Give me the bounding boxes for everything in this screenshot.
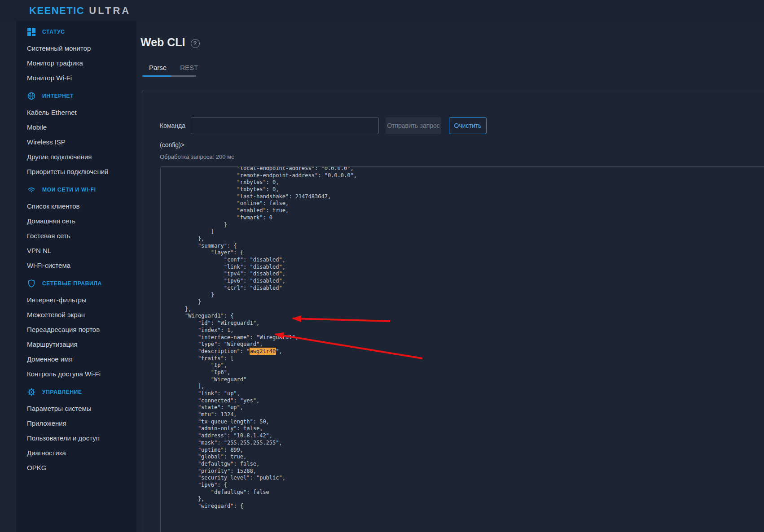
code-line: "remote-endpoint-address": "0.0.0.0", xyxy=(185,172,764,179)
help-icon[interactable]: ? xyxy=(191,39,200,48)
code-line: "priority": 15288, xyxy=(185,468,764,475)
code-line: "description": "awg2tr40", xyxy=(185,348,764,355)
code-line: "Ip", xyxy=(185,362,764,369)
sidebar-item[interactable]: VPN NL xyxy=(16,243,136,258)
sidebar-item[interactable]: Приложения xyxy=(16,416,136,431)
tab-parse[interactable]: Parse xyxy=(142,61,173,76)
sidebar-section-label: УПРАВЛЕНИЕ xyxy=(42,389,82,395)
code-line: "admin-only": false, xyxy=(185,425,764,432)
code-line: "ipv6": "disabled", xyxy=(185,278,764,285)
sidebar-item[interactable]: Монитор Wi-Fi xyxy=(16,70,136,85)
code-line: "type": "Wireguard", xyxy=(185,341,764,348)
code-line: ], xyxy=(185,383,764,390)
topbar: KEENETIC ULTRA xyxy=(0,0,764,21)
sidebar-item[interactable]: Контроль доступа Wi-Fi xyxy=(16,366,136,381)
code-line: "last-handshake": 2147483647, xyxy=(185,193,764,201)
sidebar-item[interactable]: Wi-Fi-система xyxy=(16,258,136,273)
code-line: "security-level": "public", xyxy=(185,475,764,482)
code-line: } xyxy=(185,299,764,306)
globe-icon xyxy=(27,92,36,100)
sidebar-section-globe: ИНТЕРНЕТ xyxy=(16,88,136,103)
main-content: Web CLI ? Parse REST Команда Отправить з… xyxy=(136,21,764,532)
code-line: "txbytes": 0, xyxy=(185,186,764,193)
keenetic-logo: KEENETIC ULTRA xyxy=(29,5,131,17)
code-line: "fwmark": 0 xyxy=(185,214,764,222)
page-head: Web CLI ? xyxy=(141,36,200,49)
command-row: Команда Отправить запрос Очистить xyxy=(160,117,487,134)
cli-output-block[interactable]: "local-endpoint-address": "0.0.0.0", "re… xyxy=(160,166,764,532)
code-line: }, xyxy=(185,235,764,243)
code-line: "local-endpoint-address": "0.0.0.0", xyxy=(185,166,764,172)
page-title: Web CLI xyxy=(141,36,185,49)
processing-time: Обработка запроса: 200 мс xyxy=(160,153,234,160)
code-line: "Wireguard1": { xyxy=(185,313,764,320)
sidebar-item[interactable]: Приоритеты подключений xyxy=(16,164,136,179)
code-line: "connected": "yes", xyxy=(185,397,764,405)
code-line: "link": "disabled", xyxy=(185,264,764,271)
code-line: "layer": { xyxy=(185,249,764,257)
sidebar-section-shield: СЕТЕВЫЕ ПРАВИЛА xyxy=(16,276,136,291)
tab-rest[interactable]: REST xyxy=(173,61,205,76)
code-line: "interface-name": "Wireguard1", xyxy=(185,334,764,341)
sidebar-section-label: СЕТЕВЫЕ ПРАВИЛА xyxy=(42,280,102,287)
sidebar-item[interactable]: Переадресация портов xyxy=(16,322,136,337)
shield-icon xyxy=(27,279,36,288)
sidebar-item[interactable]: Диагностика xyxy=(16,445,136,460)
send-request-button[interactable]: Отправить запрос xyxy=(386,117,441,134)
gear-icon xyxy=(27,388,36,397)
sidebar-item[interactable]: Mobile xyxy=(16,120,136,135)
sidebar-item[interactable]: Интернет-фильтры xyxy=(16,292,136,307)
code-line: "enabled": true, xyxy=(185,207,764,214)
tab-underline-active xyxy=(142,75,171,77)
code-line: "mask": "255.255.255.255", xyxy=(185,440,764,447)
code-line: "uptime": 899, xyxy=(185,447,764,454)
dashboard-icon xyxy=(27,27,36,36)
code-line: ] xyxy=(185,228,764,235)
sidebar-item[interactable]: Гостевая сеть xyxy=(16,228,136,243)
sidebar-item[interactable]: Параметры системы xyxy=(16,401,136,416)
sidebar-item[interactable]: Другие подключения xyxy=(16,149,136,164)
tabs: Parse REST xyxy=(142,61,205,76)
code-line: "index": 1, xyxy=(185,327,764,334)
sidebar-item[interactable]: Пользователи и доступ xyxy=(16,431,136,445)
code-line: "ipv6": { xyxy=(185,482,764,489)
sidebar-item[interactable]: Межсетевой экран xyxy=(16,307,136,322)
code-line: "Ip6", xyxy=(185,369,764,376)
sidebar-item[interactable]: Список клиентов xyxy=(16,199,136,214)
highlighted-token: awg2tr40 xyxy=(250,348,277,355)
sidebar-nav: СТАТУССистемный мониторМонитор трафикаМо… xyxy=(16,21,136,532)
code-line: "wireguard": { xyxy=(185,503,764,510)
cli-panel: Команда Отправить запрос Очистить (confi… xyxy=(142,90,764,532)
sidebar-section-dashboard: СТАТУС xyxy=(16,24,136,39)
command-input[interactable] xyxy=(191,117,379,134)
code-line: "defaultgw": false, xyxy=(185,461,764,468)
sidebar-item[interactable]: OPKG xyxy=(16,460,136,475)
code-line: "ipv4": "disabled", xyxy=(185,270,764,278)
sidebar-item[interactable]: Wireless ISP xyxy=(16,135,136,149)
logo-brand: KEENETIC xyxy=(29,5,84,17)
code-line: "Wireguard" xyxy=(185,376,764,384)
command-label: Команда xyxy=(160,122,191,129)
sidebar-item[interactable]: Монитор трафика xyxy=(16,56,136,70)
code-line: "link": "up", xyxy=(185,390,764,397)
sidebar-section-label: СТАТУС xyxy=(42,29,65,35)
code-line: }, xyxy=(185,306,764,313)
code-line: }, xyxy=(185,496,764,503)
sidebar-item[interactable]: Кабель Ethernet xyxy=(16,105,136,120)
sidebar-item[interactable]: Доменное имя xyxy=(16,352,136,366)
sidebar-section-wifi: МОИ СЕТИ И WI-FI xyxy=(16,182,136,197)
clear-button[interactable]: Очистить xyxy=(449,117,487,134)
code-line: "tx-queue-length": 50, xyxy=(185,419,764,426)
code-line: "traits": [ xyxy=(185,355,764,362)
cli-output-pre: "local-endpoint-address": "0.0.0.0", "re… xyxy=(185,166,764,510)
code-line: "id": "Wireguard1", xyxy=(185,320,764,327)
code-line: } xyxy=(185,222,764,229)
sidebar-item[interactable]: Системный монитор xyxy=(16,41,136,56)
code-line: } xyxy=(185,292,764,299)
code-line: "conf": "disabled", xyxy=(185,257,764,264)
sidebar-item[interactable]: Домашняя сеть xyxy=(16,214,136,228)
tab-underline-track xyxy=(142,75,196,77)
sidebar-item[interactable]: Маршрутизация xyxy=(16,337,136,352)
code-line: "summary": { xyxy=(185,243,764,250)
code-line: "mtu": 1324, xyxy=(185,411,764,419)
